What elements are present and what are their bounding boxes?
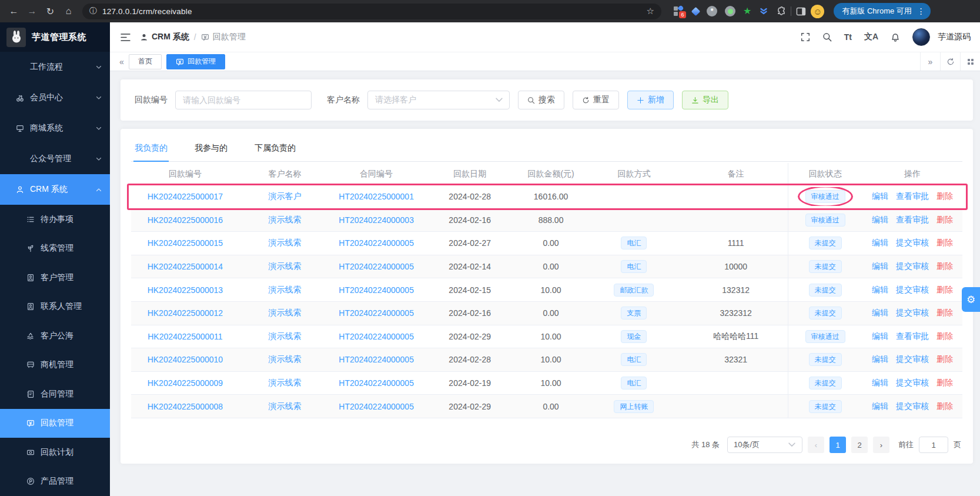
review-action[interactable]: 提交审核: [896, 238, 929, 248]
delete-action[interactable]: 删除: [936, 331, 953, 342]
user-avatar[interactable]: [912, 28, 930, 46]
tab-refresh-icon[interactable]: [940, 52, 960, 71]
sidebar-item-crm[interactable]: CRM 系统: [0, 174, 110, 205]
edit-action[interactable]: 编辑: [872, 285, 888, 295]
delete-action[interactable]: 删除: [936, 354, 953, 365]
edit-action[interactable]: 编辑: [872, 215, 888, 225]
sidebar-subitem-product[interactable]: 产品管理: [0, 467, 110, 496]
customer-select[interactable]: 请选择客户: [367, 91, 510, 109]
sidebar-item-member[interactable]: 会员中心: [0, 82, 110, 113]
contract-link[interactable]: HT20240225000001: [339, 192, 414, 201]
fullscreen-icon[interactable]: [801, 32, 810, 42]
contract-link[interactable]: HT20240224000005: [339, 402, 414, 411]
delete-action[interactable]: 删除: [936, 238, 953, 248]
page-tab-active[interactable]: 回款管理: [166, 54, 225, 69]
delete-action[interactable]: 删除: [936, 308, 953, 318]
sidebar-subitem-customer[interactable]: 客户管理: [0, 263, 110, 292]
edit-action[interactable]: 编辑: [872, 261, 888, 272]
sidebar-subitem-receivable[interactable]: 回款管理: [0, 409, 110, 438]
extension-green-dot-icon[interactable]: [725, 6, 735, 16]
delete-action[interactable]: 删除: [936, 285, 953, 295]
customer-link[interactable]: 演示线索: [269, 331, 302, 341]
export-button[interactable]: 导出: [682, 91, 728, 109]
search-button[interactable]: 搜索: [518, 91, 564, 109]
customer-link[interactable]: 演示客户: [269, 191, 302, 201]
edit-action[interactable]: 编辑: [872, 354, 888, 365]
sidebar-subitem-todo[interactable]: 待办事项: [0, 205, 110, 234]
chrome-menu-icon[interactable]: ⋮: [917, 6, 925, 16]
review-action[interactable]: 查看审批: [896, 215, 929, 225]
tabs-scroll-left-icon[interactable]: «: [115, 57, 129, 66]
font-size-icon[interactable]: Tt: [844, 32, 852, 42]
next-page-button[interactable]: ›: [873, 437, 889, 453]
sidebar-item-group[interactable]: 公众号管理: [0, 144, 110, 174]
reset-button[interactable]: 重置: [573, 91, 619, 109]
review-action[interactable]: 查看审批: [896, 331, 929, 342]
scope-tab[interactable]: 下属负责的: [253, 141, 297, 161]
extension-gem-icon[interactable]: [691, 6, 701, 16]
edit-action[interactable]: 编辑: [872, 308, 888, 318]
review-action[interactable]: 提交审核: [896, 378, 929, 388]
edit-action[interactable]: 编辑: [872, 191, 888, 202]
chrome-update-button[interactable]: 有新版 Chrome 可用 ⋮: [834, 3, 930, 19]
browser-refresh-icon[interactable]: ↻: [42, 4, 58, 19]
url-bar[interactable]: ⓘ 127.0.0.1/crm/receivable ☆: [82, 4, 661, 19]
sidebar-subitem-business[interactable]: 商机管理: [0, 351, 110, 380]
page-tab-home[interactable]: 首页: [129, 54, 162, 69]
receivable-no-link[interactable]: HK20240225000011: [148, 332, 222, 341]
contract-link[interactable]: HT20240224000005: [339, 262, 414, 271]
breadcrumb-root[interactable]: CRM 系统: [140, 32, 189, 42]
browser-home-icon[interactable]: ⌂: [61, 4, 76, 19]
extension-asterisk-icon[interactable]: *: [707, 6, 717, 16]
receivable-no-link[interactable]: HK20240225000010: [148, 355, 223, 364]
page-size-select[interactable]: 10条/页: [727, 437, 802, 453]
delete-action[interactable]: 删除: [936, 191, 953, 202]
extension-chevrons-icon[interactable]: [759, 6, 768, 16]
settings-fab-button[interactable]: ⚙: [962, 287, 980, 312]
delete-action[interactable]: 删除: [936, 215, 953, 225]
edit-action[interactable]: 编辑: [872, 238, 888, 248]
customer-link[interactable]: 演示线索: [269, 308, 302, 317]
locale-icon[interactable]: 文A: [864, 32, 878, 42]
receivable-no-link[interactable]: HK20240225000014: [148, 262, 223, 271]
profile-avatar-icon[interactable]: ☺: [811, 5, 824, 18]
sidebar-subitem-clue[interactable]: 线索管理: [0, 234, 110, 264]
delete-action[interactable]: 删除: [936, 378, 953, 388]
extension-blocks-icon[interactable]: 6: [673, 5, 685, 17]
extension-star-icon[interactable]: ★: [743, 6, 751, 16]
contract-link[interactable]: HT20240224000005: [339, 285, 414, 295]
receivable-no-link[interactable]: HK20240225000009: [148, 378, 223, 388]
goto-page-input[interactable]: [919, 437, 948, 453]
review-action[interactable]: 提交审核: [896, 354, 929, 365]
edit-action[interactable]: 编辑: [872, 401, 888, 412]
review-action[interactable]: 提交审核: [896, 401, 929, 412]
review-action[interactable]: 提交审核: [896, 308, 929, 318]
sidebar-item-group[interactable]: 工作流程: [0, 52, 110, 82]
add-button[interactable]: 新增: [627, 91, 674, 109]
tabs-scroll-right-icon[interactable]: »: [920, 52, 940, 71]
review-action[interactable]: 提交审核: [896, 261, 929, 272]
delete-action[interactable]: 删除: [936, 401, 953, 412]
tab-grid-icon[interactable]: [960, 52, 980, 71]
contract-link[interactable]: HT20240224000003: [339, 215, 414, 225]
page-button-2[interactable]: 2: [851, 437, 868, 453]
receivable-no-link[interactable]: HK20240225000016: [148, 215, 223, 225]
app-logo[interactable]: 芋道管理系统: [0, 22, 110, 52]
extensions-puzzle-icon[interactable]: [776, 6, 786, 16]
receivable-no-input[interactable]: [175, 91, 312, 109]
receivable-no-link[interactable]: HK20240225000012: [148, 308, 223, 318]
scope-tab[interactable]: 我负责的: [133, 141, 169, 161]
breadcrumb-current[interactable]: 回款管理: [201, 32, 246, 42]
scope-tab[interactable]: 我参与的: [193, 141, 229, 161]
receivable-no-link[interactable]: HK20240225000013: [148, 285, 223, 295]
customer-link[interactable]: 演示线索: [269, 261, 302, 271]
contract-link[interactable]: HT20240224000005: [339, 378, 414, 388]
receivable-no-link[interactable]: HK20240225000008: [148, 402, 223, 411]
search-icon[interactable]: [822, 32, 832, 42]
site-info-icon[interactable]: ⓘ: [89, 6, 97, 16]
customer-link[interactable]: 演示线索: [269, 285, 302, 294]
review-action[interactable]: 查看审批: [896, 191, 929, 202]
delete-action[interactable]: 删除: [936, 261, 953, 272]
bookmark-star-icon[interactable]: ☆: [647, 6, 654, 16]
sidebar-subitem-contact[interactable]: 联系人管理: [0, 292, 110, 322]
